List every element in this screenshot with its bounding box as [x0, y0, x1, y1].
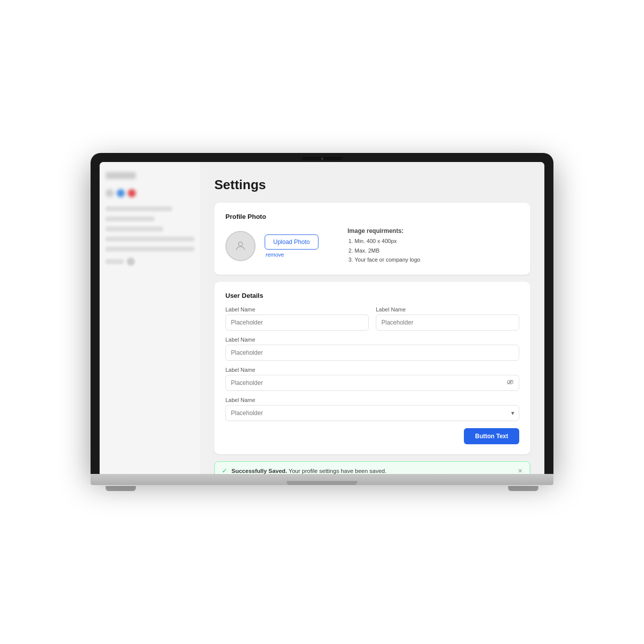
requirements-list: Min. 400 x 400px Max. 2MB Your face or c… — [348, 236, 420, 265]
field5-select[interactable] — [225, 405, 519, 421]
laptop-base — [91, 474, 553, 485]
sidebar-nav-3 — [106, 226, 163, 231]
form-row-1: Label Name Label Name — [225, 306, 519, 331]
main-content: Settings Profile Photo Upload Photo — [200, 162, 544, 474]
svg-point-0 — [238, 242, 243, 246]
field2-input[interactable] — [376, 314, 519, 331]
sidebar-logo — [106, 172, 194, 179]
camera-dot — [321, 157, 324, 160]
form-group-2: Label Name — [376, 306, 519, 331]
success-title: Successfully Saved. — [231, 468, 287, 474]
success-left: ✓ Successfully Saved. Your profile setti… — [222, 467, 386, 474]
field1-input[interactable] — [225, 314, 369, 331]
req-item-2: Max. 2MB — [355, 246, 420, 256]
req-item-3: Your face or company logo — [355, 255, 420, 265]
field1-label: Label Name — [225, 306, 369, 312]
laptop-feet — [91, 486, 553, 491]
sidebar-toggle — [106, 258, 194, 266]
remove-photo-link[interactable]: remove — [266, 252, 284, 258]
avatar — [225, 231, 256, 261]
sidebar-icon-gray — [106, 189, 114, 197]
sidebar-icon-blue — [117, 189, 125, 197]
photo-section: Upload Photo remove Image requirments: M… — [225, 227, 519, 265]
sidebar-nav-2 — [106, 216, 154, 221]
field3-label: Label Name — [225, 337, 519, 343]
field3-input[interactable] — [225, 345, 519, 361]
success-body: Your profile settings have been saved. — [287, 468, 387, 474]
laptop-screen: Settings Profile Photo Upload Photo — [100, 162, 544, 474]
sidebar — [100, 162, 200, 474]
sidebar-nav-5 — [106, 247, 194, 252]
form-actions: Button Text — [225, 428, 519, 444]
form-group-1: Label Name — [225, 306, 369, 331]
success-notification: ✓ Successfully Saved. Your profile setti… — [214, 461, 530, 474]
requirements-title: Image requirments: — [348, 227, 420, 234]
sidebar-icon-row — [106, 189, 194, 197]
laptop-foot-left — [106, 486, 136, 491]
photo-actions: Upload Photo remove — [265, 234, 318, 258]
select-wrapper: ▾ — [225, 405, 519, 421]
page-title: Settings — [214, 177, 530, 193]
upload-photo-button[interactable]: Upload Photo — [265, 234, 318, 250]
image-requirements: Image requirments: Min. 400 x 400px Max.… — [348, 227, 420, 265]
field5-label: Label Name — [225, 397, 519, 403]
user-details-title: User Details — [225, 292, 519, 299]
close-notification-icon[interactable]: ✕ — [518, 467, 523, 474]
field4-label: Label Name — [225, 367, 519, 373]
profile-photo-title: Profile Photo — [225, 213, 519, 220]
field4-input[interactable] — [225, 375, 519, 391]
form-group-5: Label Name ▾ — [225, 397, 519, 421]
profile-photo-card: Profile Photo Upload Photo remove — [214, 203, 530, 275]
camera-bar — [302, 157, 342, 160]
password-wrapper — [225, 375, 519, 391]
form-group-3: Label Name — [225, 337, 519, 361]
check-icon: ✓ — [222, 467, 227, 474]
success-message: Successfully Saved. Your profile setting… — [231, 468, 386, 474]
laptop-shell: Settings Profile Photo Upload Photo — [91, 153, 553, 491]
req-item-1: Min. 400 x 400px — [355, 236, 420, 246]
laptop-foot-right — [508, 486, 538, 491]
sidebar-icon-red — [128, 189, 136, 197]
field2-label: Label Name — [376, 306, 519, 312]
save-button[interactable]: Button Text — [464, 428, 519, 444]
sidebar-nav-1 — [106, 206, 172, 211]
screen-bezel: Settings Profile Photo Upload Photo — [91, 153, 553, 474]
user-details-card: User Details Label Name Label Name Label… — [214, 282, 530, 454]
form-group-4: Label Name — [225, 367, 519, 391]
eye-icon[interactable] — [506, 378, 514, 388]
sidebar-nav-4 — [106, 236, 194, 242]
